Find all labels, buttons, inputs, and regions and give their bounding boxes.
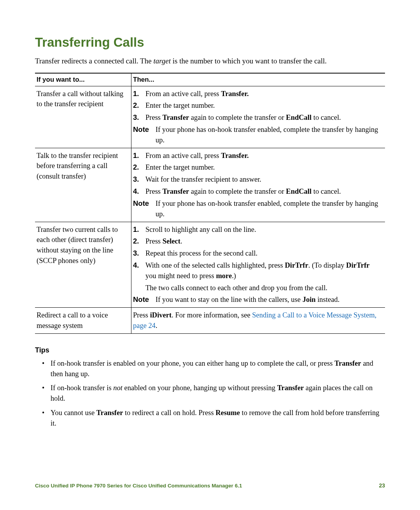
step-num: 3. (133, 174, 145, 185)
row-left: Redirect a call to a voice message syste… (35, 308, 131, 334)
step-text: Scroll to highlight any call on the line… (145, 224, 382, 235)
tips-list: If on-hook transfer is enabled on your p… (35, 358, 385, 429)
step-num: 3. (133, 248, 145, 259)
intro-text-post: is the number to which you want to trans… (171, 57, 327, 65)
row-left: Transfer a call without talking to the t… (35, 86, 131, 148)
step-num: 1. (133, 224, 145, 235)
step-text: Enter the target number. (145, 100, 382, 111)
note-text: If your phone has on-hook transfer enabl… (156, 124, 382, 145)
note-text: If your phone has on-hook transfer enabl… (156, 198, 382, 219)
table-row: Redirect a call to a voice message syste… (35, 308, 385, 334)
step-text: Press Select. (145, 236, 382, 247)
step-text: Press Transfer again to complete the tra… (145, 186, 382, 197)
note-label: Note (133, 198, 156, 219)
note-label: Note (133, 124, 156, 145)
intro-emphasis: target (153, 57, 171, 65)
tip-item: You cannot use Transfer to redirect a ca… (51, 408, 385, 429)
note-label: Note (133, 294, 156, 305)
step-text: Repeat this process for the second call. (145, 248, 382, 259)
extra-text: The two calls connect to each other and … (145, 283, 382, 293)
footer-doc-title: Cisco Unified IP Phone 7970 Series for C… (35, 483, 242, 489)
step-text: Wait for the transfer recipient to answe… (145, 174, 382, 185)
step-num: 3. (133, 112, 145, 123)
intro-text-pre: Transfer redirects a connected call. The (35, 57, 153, 65)
tip-item: If on-hook transfer is not enabled on yo… (51, 383, 385, 404)
step-num: 2. (133, 100, 145, 111)
step-num: 2. (133, 162, 145, 173)
intro-paragraph: Transfer redirects a connected call. The… (35, 56, 385, 67)
table-row: Transfer a call without talking to the t… (35, 86, 385, 148)
step-num: 4. (133, 260, 145, 281)
step-num: 2. (133, 236, 145, 247)
table-row: Talk to the transfer recipient before tr… (35, 148, 385, 222)
row-right: Press iDivert. For more information, see… (131, 308, 385, 334)
table-header-left: If you want to... (35, 73, 131, 86)
page-footer: Cisco Unified IP Phone 7970 Series for C… (35, 482, 385, 489)
row-right: 1.From an active call, press Transfer. 2… (131, 86, 385, 148)
page-title: Transferring Calls (35, 35, 385, 50)
note-text: If you want to stay on the line with the… (156, 294, 382, 305)
tips-heading: Tips (35, 346, 385, 354)
transfer-table: If you want to... Then... Transfer a cal… (35, 73, 385, 334)
row-left: Transfer two current calls to each other… (35, 222, 131, 308)
step-text: Enter the target number. (145, 162, 382, 173)
footer-page-number: 23 (379, 482, 385, 489)
row-right: 1.From an active call, press Transfer. 2… (131, 148, 385, 222)
step-text: From an active call, press Transfer. (145, 89, 382, 99)
table-row: Transfer two current calls to each other… (35, 222, 385, 308)
step-text: With one of the selected calls highlight… (145, 260, 382, 281)
step-text: Press Transfer again to complete the tra… (145, 112, 382, 123)
step-num: 1. (133, 89, 145, 99)
step-num: 4. (133, 186, 145, 197)
table-header-right: Then... (131, 73, 385, 86)
row-right: 1.Scroll to highlight any call on the li… (131, 222, 385, 308)
step-text: From an active call, press Transfer. (145, 151, 382, 161)
tip-item: If on-hook transfer is enabled on your p… (51, 358, 385, 379)
row-left: Talk to the transfer recipient before tr… (35, 148, 131, 222)
step-num: 1. (133, 151, 145, 161)
